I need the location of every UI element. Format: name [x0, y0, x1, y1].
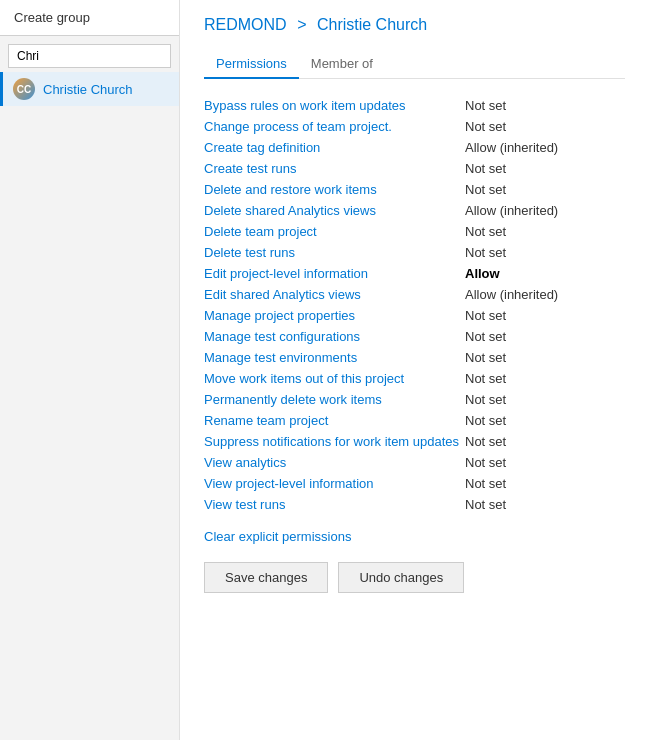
permission-name[interactable]: Manage test environments: [204, 350, 465, 365]
main-content: REDMOND > Christie Church Permissions Me…: [180, 0, 649, 740]
permission-value: Not set: [465, 182, 625, 197]
permission-value: Not set: [465, 119, 625, 134]
permission-name[interactable]: Rename team project: [204, 413, 465, 428]
permission-value: Allow (inherited): [465, 203, 625, 218]
sidebar-item-christie-church[interactable]: CC Christie Church: [0, 72, 179, 106]
tabs: Permissions Member of: [204, 50, 625, 79]
permission-name[interactable]: View analytics: [204, 455, 465, 470]
table-row: Edit shared Analytics viewsAllow (inheri…: [204, 284, 625, 305]
permission-value: Allow (inherited): [465, 140, 625, 155]
permission-name[interactable]: Delete and restore work items: [204, 182, 465, 197]
permissions-table: Bypass rules on work item updatesNot set…: [204, 95, 625, 515]
permission-name[interactable]: Delete team project: [204, 224, 465, 239]
table-row: Bypass rules on work item updatesNot set: [204, 95, 625, 116]
tab-member-of[interactable]: Member of: [299, 50, 385, 79]
permission-value: Not set: [465, 350, 625, 365]
table-row: Delete and restore work itemsNot set: [204, 179, 625, 200]
permission-value: Not set: [465, 455, 625, 470]
table-row: Delete team projectNot set: [204, 221, 625, 242]
create-group-button[interactable]: Create group: [0, 0, 179, 36]
breadcrumb: REDMOND > Christie Church: [204, 16, 625, 34]
table-row: Create test runsNot set: [204, 158, 625, 179]
table-row: Suppress notifications for work item upd…: [204, 431, 625, 452]
button-row: Save changes Undo changes: [204, 562, 625, 593]
breadcrumb-name: Christie Church: [317, 16, 427, 33]
table-row: View test runsNot set: [204, 494, 625, 515]
table-row: Rename team projectNot set: [204, 410, 625, 431]
permission-value: Allow: [465, 266, 625, 281]
breadcrumb-org: REDMOND: [204, 16, 287, 33]
avatar: CC: [13, 78, 35, 100]
permission-name[interactable]: Edit project-level information: [204, 266, 465, 281]
permission-name[interactable]: Create test runs: [204, 161, 465, 176]
permission-name[interactable]: Permanently delete work items: [204, 392, 465, 407]
permission-value: Not set: [465, 476, 625, 491]
save-changes-button[interactable]: Save changes: [204, 562, 328, 593]
table-row: Manage test configurationsNot set: [204, 326, 625, 347]
permission-value: Not set: [465, 413, 625, 428]
permission-value: Not set: [465, 98, 625, 113]
permission-value: Allow (inherited): [465, 287, 625, 302]
permission-value: Not set: [465, 392, 625, 407]
permission-value: Not set: [465, 329, 625, 344]
table-row: Move work items out of this projectNot s…: [204, 368, 625, 389]
permission-name[interactable]: View test runs: [204, 497, 465, 512]
permission-name[interactable]: Change process of team project.: [204, 119, 465, 134]
permission-name[interactable]: Suppress notifications for work item upd…: [204, 434, 465, 449]
table-row: Delete test runsNot set: [204, 242, 625, 263]
permission-name[interactable]: View project-level information: [204, 476, 465, 491]
permission-value: Not set: [465, 161, 625, 176]
clear-explicit-permissions-link[interactable]: Clear explicit permissions: [204, 529, 351, 544]
search-input[interactable]: [8, 44, 171, 68]
table-row: Delete shared Analytics viewsAllow (inhe…: [204, 200, 625, 221]
sidebar: Create group CC Christie Church: [0, 0, 180, 740]
table-row: Permanently delete work itemsNot set: [204, 389, 625, 410]
tab-permissions[interactable]: Permissions: [204, 50, 299, 79]
permission-name[interactable]: Manage test configurations: [204, 329, 465, 344]
table-row: Change process of team project.Not set: [204, 116, 625, 137]
permission-value: Not set: [465, 434, 625, 449]
table-row: View analyticsNot set: [204, 452, 625, 473]
permission-name[interactable]: Bypass rules on work item updates: [204, 98, 465, 113]
permission-value: Not set: [465, 371, 625, 386]
permission-name[interactable]: Manage project properties: [204, 308, 465, 323]
undo-changes-button[interactable]: Undo changes: [338, 562, 464, 593]
breadcrumb-sep: >: [297, 16, 311, 33]
permission-name[interactable]: Delete shared Analytics views: [204, 203, 465, 218]
permission-name[interactable]: Delete test runs: [204, 245, 465, 260]
table-row: Manage test environmentsNot set: [204, 347, 625, 368]
permission-name[interactable]: Move work items out of this project: [204, 371, 465, 386]
table-row: View project-level informationNot set: [204, 473, 625, 494]
permission-value: Not set: [465, 245, 625, 260]
permission-value: Not set: [465, 497, 625, 512]
permission-value: Not set: [465, 308, 625, 323]
table-row: Manage project propertiesNot set: [204, 305, 625, 326]
search-box: [8, 44, 171, 68]
table-row: Edit project-level informationAllow: [204, 263, 625, 284]
sidebar-item-label: Christie Church: [43, 82, 133, 97]
permission-value: Not set: [465, 224, 625, 239]
permission-name[interactable]: Edit shared Analytics views: [204, 287, 465, 302]
table-row: Create tag definitionAllow (inherited): [204, 137, 625, 158]
permission-name[interactable]: Create tag definition: [204, 140, 465, 155]
